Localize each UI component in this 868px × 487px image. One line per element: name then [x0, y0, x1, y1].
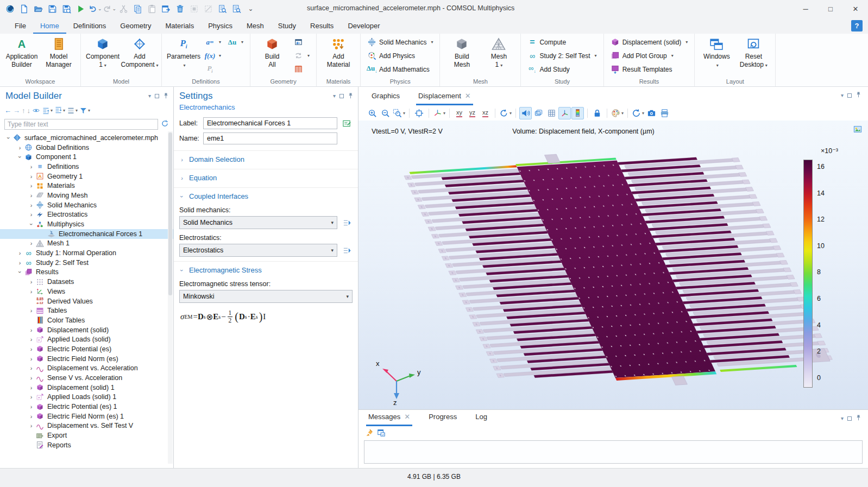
tree-item[interactable]: ›Component 1 [0, 152, 173, 162]
physics-interface-select[interactable]: Solid Mechanics▾ [364, 35, 436, 49]
variables-button[interactable]: a=▾ [203, 35, 224, 49]
view-xz-button[interactable]: xz [479, 107, 492, 119]
tree-item[interactable]: ›Electric Potential (es) [0, 344, 173, 354]
tree-chevron-icon[interactable]: › [27, 375, 35, 381]
build-all-button[interactable]: BuildAll [254, 35, 290, 69]
scene-light-button[interactable] [519, 107, 532, 119]
menu-file[interactable]: File [8, 17, 33, 34]
tree-item[interactable]: ›Displacement (solid) 1 [0, 383, 173, 393]
app-icon[interactable] [3, 2, 17, 15]
tree-chevron-icon[interactable]: › [27, 413, 35, 420]
copy-button[interactable] [131, 2, 144, 15]
plot-update-button[interactable]: ▾ [631, 107, 645, 119]
detach-panel-icon[interactable] [847, 416, 852, 421]
clear-selection-button[interactable] [202, 2, 215, 15]
tree-chevron-icon[interactable]: › [27, 346, 35, 352]
tab-log[interactable]: Log [473, 409, 489, 426]
menu-home[interactable]: Home [33, 17, 66, 34]
tree-item[interactable]: ›Tables [0, 306, 173, 315]
tree-item[interactable]: ›Displacement vs. Acceleration [0, 364, 173, 374]
image-snapshot-button[interactable] [645, 107, 658, 119]
refresh-icon[interactable] [161, 119, 169, 129]
tree-item[interactable]: ›Global Definitions [0, 143, 173, 153]
filter-input[interactable] [4, 119, 158, 130]
tree-item[interactable]: Export [0, 431, 173, 440]
compute-button[interactable]: =Compute [525, 35, 599, 49]
panel-menu-icon[interactable]: ▾ [841, 416, 844, 421]
close-tab-icon[interactable]: ✕ [404, 413, 410, 421]
tree-item[interactable]: ›Electric Field Norm (es) [0, 354, 173, 364]
section-electromagnetic-stress[interactable]: › Electromagnetic Stress [174, 261, 358, 275]
tree-chevron-icon[interactable]: › [27, 403, 35, 410]
tree-chevron-icon[interactable]: › [27, 365, 35, 371]
tab-displacement[interactable]: Displacement✕ [416, 88, 473, 105]
clear-messages-button[interactable] [365, 428, 374, 437]
solid-mechanics-select[interactable]: Solid Mechanics ▾ [179, 216, 337, 229]
save-search-button[interactable] [60, 2, 73, 15]
zoom-out-button[interactable] [379, 107, 392, 119]
tree-chevron-icon[interactable]: › [16, 250, 24, 256]
pin-icon[interactable] [348, 92, 354, 100]
zoom-extents-button[interactable] [413, 107, 425, 119]
tree-chevron-icon[interactable]: › [5, 134, 12, 142]
back-button[interactable]: ← [4, 107, 11, 114]
tree-item[interactable]: ›surface_micromachined_accelerometer.mph [0, 133, 173, 143]
tree-scrollbar[interactable] [168, 131, 173, 464]
add-mathematics-button[interactable]: Δu↓Add Mathematics [364, 62, 436, 76]
tree-chevron-icon[interactable]: › [27, 163, 35, 170]
stress-tensor-select[interactable]: Minkowski ▾ [179, 290, 353, 303]
result-templates-button[interactable]: Result Templates [608, 62, 691, 76]
parameters-button[interactable]: PiParameters▾ [166, 35, 202, 69]
open-button[interactable] [32, 2, 45, 15]
tab-messages[interactable]: Messages✕ [366, 409, 412, 426]
tree-chevron-icon[interactable]: › [27, 422, 35, 429]
functions-button[interactable]: f(x)▾ [203, 49, 224, 62]
zoom-in-button[interactable] [366, 107, 379, 119]
model-tree-node-text-button[interactable]: ▾ [67, 106, 78, 115]
save-button[interactable] [46, 2, 59, 15]
insert-sequence-button[interactable] [291, 35, 312, 49]
name-field[interactable]: eme1 [203, 132, 337, 144]
component-1-button[interactable]: Component1▾ [85, 35, 121, 69]
close-tab-icon[interactable]: ✕ [465, 92, 471, 100]
plot-thumbnail-icon[interactable] [853, 125, 863, 134]
tree-chevron-icon[interactable]: › [27, 173, 35, 180]
tree-item[interactable]: ›Applied Loads (solid) 1 [0, 393, 173, 402]
plot-group-select[interactable]: Displacement (solid)▾ [608, 35, 691, 49]
show-legends-button[interactable] [571, 107, 584, 119]
study-select[interactable]: ∞Study 2: Self Test▾ [525, 49, 599, 62]
tree-item[interactable]: ›Electric Potential (es) 1 [0, 402, 173, 412]
tree-chevron-icon[interactable]: › [27, 307, 35, 314]
pin-icon[interactable] [856, 414, 861, 422]
tree-item[interactable]: ›∞Study 2: Self Test [0, 258, 173, 268]
menu-physics[interactable]: Physics [201, 17, 240, 34]
tree-chevron-icon[interactable]: › [27, 384, 35, 391]
tree-item[interactable]: ›Sense V vs. Acceleration [0, 373, 173, 383]
menu-definitions[interactable]: Definitions [66, 17, 114, 34]
view-xy-button[interactable]: xy [453, 107, 466, 119]
tree-item[interactable]: ›≡Definitions [0, 162, 173, 172]
tree-chevron-icon[interactable]: › [27, 192, 35, 199]
tree-item[interactable]: ›Electrostatics [0, 210, 173, 220]
go-to-source-button[interactable] [341, 244, 353, 256]
tab-graphics[interactable]: Graphics [369, 88, 402, 105]
tree-chevron-icon[interactable]: › [27, 279, 35, 285]
nonlocal-couplings-button[interactable]: Δu▾ [225, 35, 246, 49]
tree-item[interactable]: ›∞Study 1: Normal Operation [0, 248, 173, 258]
filter-button[interactable]: ▾ [79, 106, 90, 115]
go-to-source-button[interactable] [341, 217, 353, 229]
panel-menu-icon[interactable]: ▾ [148, 93, 151, 99]
menu-developer[interactable]: Developer [341, 17, 387, 34]
duplicate-button[interactable] [159, 2, 173, 15]
menu-mesh[interactable]: Mesh [240, 17, 271, 34]
detach-panel-icon[interactable] [155, 94, 159, 98]
detach-panel-icon[interactable] [339, 94, 344, 98]
forward-button[interactable]: → [13, 107, 20, 114]
tree-chevron-icon[interactable]: › [27, 356, 35, 362]
section-coupled-interfaces[interactable]: › Coupled Interfaces [174, 187, 358, 201]
add-study-button[interactable]: ∞↓Add Study [525, 62, 599, 76]
tree-chevron-icon[interactable]: › [17, 268, 23, 276]
tree-chevron-icon[interactable]: › [27, 240, 35, 246]
tree-item[interactable]: ›Multiphysics [0, 219, 173, 229]
maximize-button[interactable]: □ [818, 0, 843, 17]
